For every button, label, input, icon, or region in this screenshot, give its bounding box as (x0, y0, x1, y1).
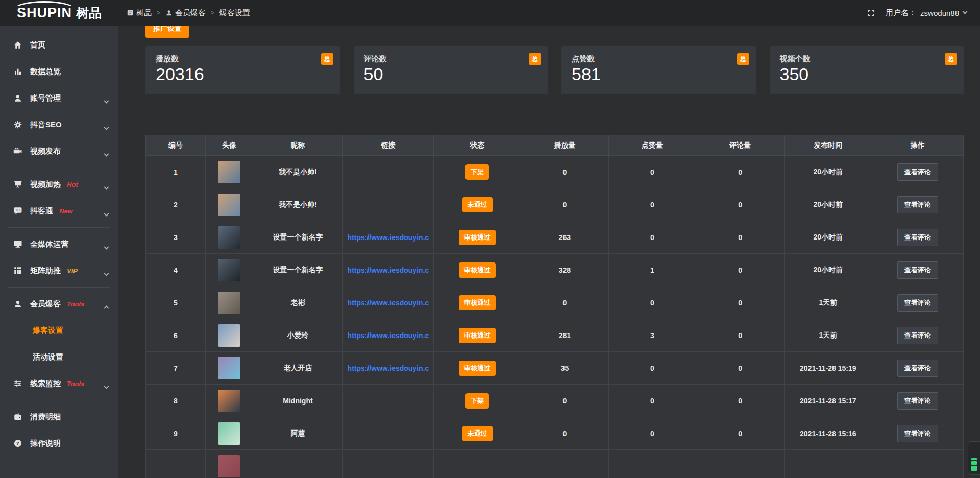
column-header: 评论量 (696, 135, 785, 156)
view-comments-button[interactable]: 查看评论 (897, 261, 938, 279)
view-comments-button[interactable]: 查看评论 (897, 294, 938, 312)
publish-time: 20小时前 (785, 156, 872, 188)
breadcrumb: 树品>会员爆客>爆客设置 (127, 8, 250, 18)
sidebar-item-data-overview[interactable]: 数据总览 (0, 58, 118, 85)
nickname: 老彬 (253, 286, 342, 319)
sidebar-item-label: 首页 (30, 40, 45, 50)
profile-link[interactable]: https://www.iesdouyin.c (348, 299, 429, 307)
username-prefix: 用户名： (886, 8, 916, 18)
profile-link[interactable]: https://www.iesdouyin.c (348, 364, 429, 372)
sidebar-item-douyin-seo[interactable]: 抖音SEO (0, 111, 118, 138)
logo-arc (13, 1, 76, 18)
publish-time: 1天前 (785, 319, 872, 352)
fullscreen-icon[interactable] (867, 9, 875, 17)
publish-time (785, 450, 872, 478)
table-header-row: 编号头像昵称链接状态播放量点赞量评论量发布时间操作 (146, 135, 964, 156)
row-number: 2 (146, 188, 206, 221)
like-count: 0 (608, 417, 696, 450)
table-row: 4设置一个新名字https://www.iesdouyin.c审核通过32810… (146, 254, 964, 286)
sidebar-item-consumption-details[interactable]: 消费明细 (0, 403, 118, 430)
status-badge: 未通过 (462, 197, 493, 212)
avatar-cell (205, 188, 253, 221)
accounts-table-wrap: 编号头像昵称链接状态播放量点赞量评论量发布时间操作 1我不是小帅!下架00020… (145, 135, 964, 478)
sidebar-item-label: 消费明细 (30, 412, 61, 422)
chevron-down-icon (105, 125, 108, 133)
question-icon: ? (13, 439, 22, 448)
breadcrumb-item: 爆客设置 (219, 8, 250, 18)
view-comments-button[interactable]: 查看评论 (897, 392, 938, 410)
breadcrumb-label: 树品 (136, 8, 152, 18)
stat-value: 581 (572, 64, 746, 84)
sidebar-divider (8, 227, 110, 228)
sidebar-item-account-management[interactable]: 账号管理 (0, 85, 118, 111)
stat-label: 评论数 (364, 54, 538, 64)
column-header: 编号 (146, 135, 206, 156)
view-comments-button[interactable]: 查看评论 (897, 360, 938, 377)
link-cell (343, 417, 434, 450)
action-cell: 查看评论 (872, 156, 963, 188)
publish-time: 2021-11-28 15:19 (785, 352, 872, 385)
status-cell: 审核通过 (433, 319, 521, 352)
monitor-icon (13, 240, 22, 249)
view-comments-button[interactable]: 查看评论 (897, 229, 938, 246)
sidebar-subitem-baoke-settings[interactable]: 爆客设置 (0, 317, 118, 344)
sidebar-item-badge: Hot (67, 181, 78, 188)
view-comments-button[interactable]: 查看评论 (897, 163, 938, 181)
sidebar-item-clue-monitor[interactable]: 线索监控Tools (0, 370, 118, 397)
sidebar-item-douketong[interactable]: 抖客通New (0, 198, 118, 224)
view-comments-button[interactable]: 查看评论 (897, 425, 938, 442)
profile-link[interactable]: https://www.iesdouyin.c (348, 266, 429, 274)
gear-icon (13, 120, 22, 129)
stat-card-videos: 视频个数350总 (770, 46, 964, 94)
view-comments-button[interactable]: 查看评论 (897, 327, 938, 344)
link-cell: https://www.iesdouyin.c (343, 221, 434, 254)
link-cell: https://www.iesdouyin.c (343, 254, 434, 286)
sidebar-item-all-media-operation[interactable]: 全媒体运营 (0, 231, 118, 257)
sidebar-item-member-baoke[interactable]: 会员爆客Tools (0, 291, 118, 317)
sidebar-item-operation-guide[interactable]: ?操作说明 (0, 430, 118, 457)
sidebar-item-home[interactable]: 首页 (0, 32, 118, 58)
action-cell: 查看评论 (872, 319, 963, 352)
avatar-cell (205, 221, 253, 254)
avatar (218, 324, 240, 347)
action-cell: 查看评论 (872, 286, 963, 319)
nickname: 设置一个新名字 (253, 221, 342, 254)
status-cell: 未通过 (433, 188, 521, 221)
row-number: 4 (146, 254, 206, 286)
view-comments-button[interactable]: 查看评论 (897, 196, 938, 213)
user-menu[interactable]: 用户名：zswodun88 (886, 8, 967, 18)
profile-link[interactable]: https://www.iesdouyin.c (348, 233, 429, 242)
table-row: 8Midnight下架0002021-11-28 15:17查看评论 (146, 385, 964, 417)
person-icon (165, 9, 173, 16)
status-badge: 审核通过 (459, 295, 496, 310)
stat-total-badge: 总 (529, 53, 541, 65)
doc-icon (127, 9, 134, 16)
link-cell (343, 450, 434, 478)
like-count: 1 (608, 254, 696, 286)
nickname: 我不是小帅! (253, 156, 342, 188)
stat-label: 播放数 (156, 54, 330, 64)
profile-link[interactable]: https://www.iesdouyin.c (348, 331, 429, 340)
chevron-up-icon (105, 304, 108, 313)
sidebar-subitem-activity-settings[interactable]: 活动设置 (0, 344, 118, 370)
sidebar-item-badge: VIP (67, 267, 78, 275)
breadcrumb-item[interactable]: 会员爆客 (165, 8, 206, 18)
sidebar-item-video-publish[interactable]: 视频发布 (0, 138, 118, 164)
support-widget[interactable] (968, 441, 980, 475)
like-count: 0 (608, 286, 696, 319)
avatar-cell (205, 156, 253, 188)
chevron-down-icon (105, 211, 108, 220)
chevron-down-icon (105, 151, 108, 160)
topbar: SHUPIN 树品 树品>会员爆客>爆客设置 用户名：zswodun88 (0, 0, 980, 26)
avatar-cell (205, 254, 253, 286)
action-cell: 查看评论 (872, 417, 963, 450)
widget-bar (971, 466, 977, 471)
play-count: 0 (521, 286, 608, 319)
breadcrumb-item[interactable]: 树品 (127, 8, 152, 18)
app-logo[interactable]: SHUPIN 树品 (0, 0, 118, 26)
status-cell: 未通过 (433, 417, 521, 450)
sidebar-item-matrix-boost[interactable]: 矩阵助推VIP (0, 257, 118, 284)
sidebar-item-label: 操作说明 (30, 439, 61, 448)
sidebar-item-video-heating[interactable]: 视频加热Hot (0, 171, 118, 198)
row-number: 3 (146, 221, 206, 254)
